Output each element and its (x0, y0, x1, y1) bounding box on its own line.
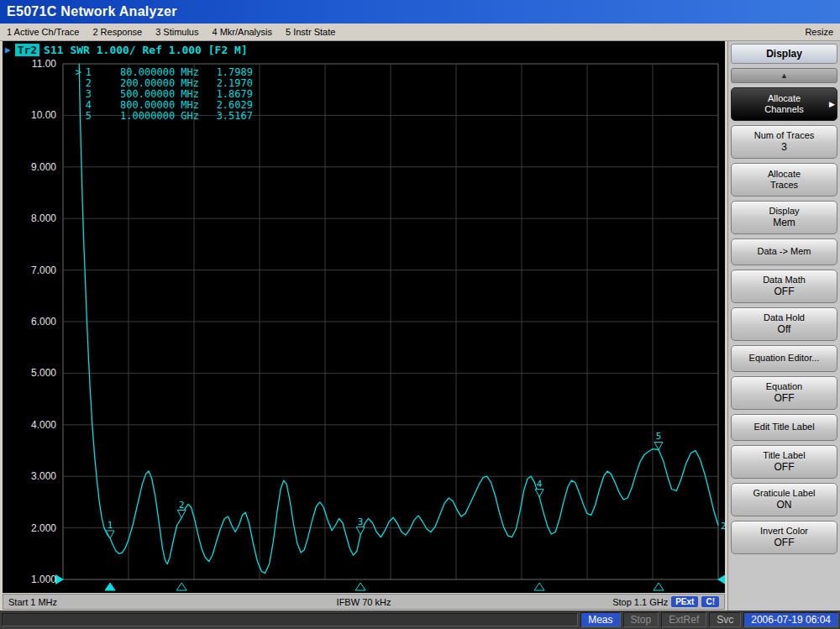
softkey-value: ON (777, 500, 792, 511)
softkey-label: Display (769, 206, 799, 217)
marker-table: >180.000000 MHz1.79892200.00000 MHz2.197… (73, 67, 253, 122)
softkey-label: Data Math (763, 275, 806, 286)
softkey-invert-color[interactable]: Invert ColorOFF (731, 521, 837, 554)
stimulus-marker-3-icon (355, 583, 365, 590)
menu-item-1-active-ch-trace[interactable]: 1 Active Ch/Trace (7, 27, 79, 37)
active-trace-arrow-icon: ▶ (5, 45, 11, 55)
status-svc-label: Svc (709, 612, 741, 627)
softkey-label: Edit Title Label (753, 422, 814, 432)
menu-bar-items: 1 Active Ch/Trace2 Response3 Stimulus4 M… (7, 27, 335, 37)
y-tick-label: 10.00 (3, 109, 56, 121)
softkey-label: Equation Editor... (749, 353, 820, 364)
stimulus-badges: PExtC! (671, 596, 719, 607)
stimulus-bar: Start 1 MHz IFBW 70 kHz Stop 1.1 GHz PEx… (3, 594, 725, 610)
stimulus-marker-4-icon (534, 583, 544, 590)
softkey-list: Allocate Channels▶Num of Traces3Allocate… (731, 87, 837, 554)
mk-sel (73, 100, 81, 111)
softkey-panel: Display ▲ Allocate Channels▶Num of Trace… (727, 41, 840, 611)
y-tick-label: 3.000 (3, 470, 56, 482)
status-bar: Meas Stop ExtRef Svc 2006-07-19 06:04 (0, 611, 840, 629)
marker-5-icon (654, 442, 663, 449)
marker-4-label: 4 (537, 479, 543, 490)
swr-chart: 123452 (3, 41, 725, 593)
title-bar: E5071C Network Analyzer (0, 0, 840, 24)
up-arrow-icon: ▲ (780, 71, 788, 80)
app-title: E5071C Network Analyzer (7, 4, 177, 19)
swr-trace (79, 64, 718, 574)
y-tick-label: 9.000 (3, 161, 56, 173)
resize-button[interactable]: Resize (805, 27, 833, 37)
softkey-label: Title Label (763, 450, 805, 461)
menu-item-2-response[interactable]: 2 Response (92, 27, 142, 37)
softkey-graticule-label[interactable]: Graticule LabelON (731, 483, 837, 516)
stimulus-marker-5-icon (654, 583, 664, 590)
trace-badge: Tr2 (15, 44, 39, 56)
status-badge-pext: PExt (671, 596, 698, 607)
softkey-label: Data Hold (764, 312, 805, 323)
softkey-label: Equation (766, 381, 802, 392)
softkey-num-of-traces[interactable]: Num of Traces3 (731, 125, 837, 159)
softkey-label: Allocate Channels (764, 93, 803, 115)
softkey-value: OFF (774, 537, 795, 548)
mk-sel: > (73, 67, 81, 78)
softkey-title-label[interactable]: Title LabelOFF (731, 445, 837, 479)
softkey-allocate-traces[interactable]: Allocate Traces (731, 163, 837, 197)
softkey-scroll-up-button[interactable]: ▲ (731, 68, 837, 83)
y-tick-label: 8.000 (3, 212, 56, 224)
channel-window: 123452 ▶ Tr2 S11 SWR 1.000/ Ref 1.000 [F… (0, 41, 727, 611)
y-tick-label: 4.000 (3, 419, 56, 431)
softkey-equation-editor[interactable]: Equation Editor... (731, 345, 837, 372)
status-meas-badge: Meas (580, 612, 620, 627)
softkey-value: OFF (774, 462, 795, 473)
marker-3-label: 3 (358, 516, 364, 527)
y-tick-label: 2.000 (3, 522, 56, 534)
menu-item-3-stimulus[interactable]: 3 Stimulus (155, 27, 198, 37)
softkey-label: Graticule Label (753, 488, 816, 499)
softkey-value: OFF (774, 286, 795, 297)
trace-header: ▶ Tr2 S11 SWR 1.000/ Ref 1.000 [F2 M] (5, 44, 248, 56)
marker-5-label: 5 (656, 431, 662, 442)
y-tick-label: 11.00 (3, 58, 56, 70)
status-datetime: 2006-07-19 06:04 (743, 612, 838, 627)
softkey-value: 3 (781, 142, 787, 153)
mk-num: 5 (81, 111, 92, 122)
softkey-edit-title-label[interactable]: Edit Title Label (731, 414, 837, 441)
marker-4-icon (535, 490, 543, 497)
mk-sel (73, 111, 81, 122)
stop-frequency-label: Stop 1.1 GHz (612, 597, 668, 607)
marker-2-icon (177, 511, 186, 518)
status-sweep-label: Stop (623, 612, 659, 627)
menu-bar: 1 Active Ch/Trace2 Response3 Stimulus4 M… (0, 24, 840, 41)
y-tick-label: 7.000 (3, 265, 56, 276)
softkey-label: Num of Traces (754, 130, 815, 141)
stimulus-marker-2-icon (176, 583, 186, 590)
softkey-value: Mem (773, 218, 795, 228)
menu-item-5-instr-state[interactable]: 5 Instr State (286, 27, 335, 37)
softkey-display[interactable]: DisplayMem (731, 201, 837, 234)
mk-sel (73, 78, 81, 89)
y-tick-label: 6.000 (3, 316, 56, 328)
menu-item-4-mkr-analysis[interactable]: 4 Mkr/Analysis (212, 27, 272, 37)
softkey-label: Data -> Mem (758, 246, 811, 257)
softkey-data-math[interactable]: Data MathOFF (731, 270, 837, 303)
softkey-label: Invert Color (760, 526, 808, 537)
marker-3-icon (356, 527, 365, 535)
plot-area: 123452 ▶ Tr2 S11 SWR 1.000/ Ref 1.000 [F… (3, 41, 725, 593)
y-tick-label: 1.000 (3, 574, 56, 585)
softkey-data-hold[interactable]: Data HoldOff (731, 307, 837, 341)
status-badge-c: C! (701, 596, 719, 607)
softkey-equation[interactable]: EquationOFF (731, 376, 837, 410)
softkey-menu-title: Display (731, 44, 837, 64)
start-frequency-label: Start 1 MHz (8, 597, 57, 607)
trace-end-number: 2 (721, 521, 725, 532)
status-message-area (2, 613, 578, 626)
softkey-data-mem[interactable]: Data -> Mem (731, 238, 837, 265)
stimulus-marker-1-icon (105, 583, 115, 590)
mk-freq: 1.0000000 GHz (92, 111, 199, 122)
trace-settings-text: S11 SWR 1.000/ Ref 1.000 [F2 M] (44, 44, 248, 56)
softkey-allocate-channels[interactable]: Allocate Channels▶ (731, 87, 837, 121)
marker-2-label: 2 (179, 500, 185, 511)
marker-table-row: 51.0000000 GHz3.5167 (73, 111, 253, 122)
mk-val: 3.5167 (199, 111, 253, 122)
marker-1-label: 1 (108, 520, 113, 531)
